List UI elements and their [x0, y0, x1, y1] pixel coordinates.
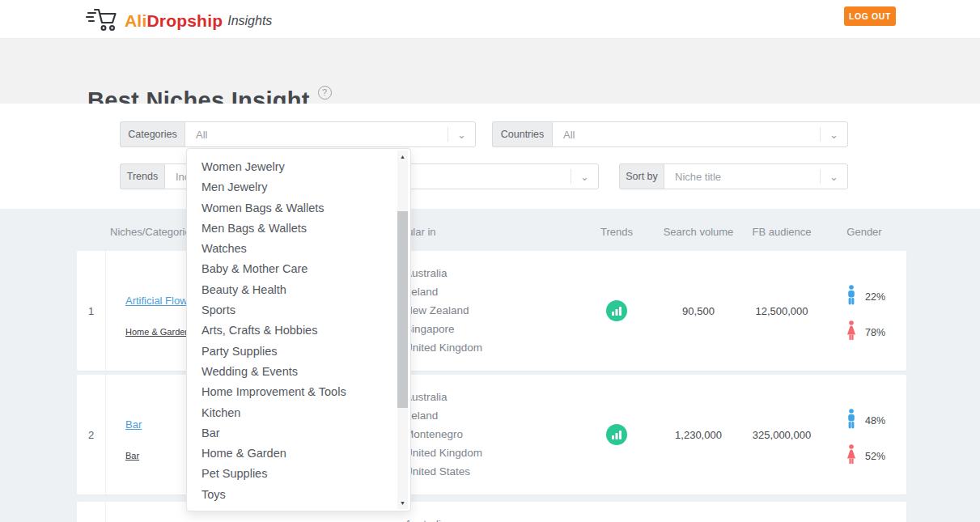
top-bar: AliDropship Insights LOG OUT	[0, 0, 980, 39]
popular-in-list: AustraliaIrelandMontenegroUnited Kingdom…	[405, 388, 482, 481]
column-header-niches: Niches/Categories	[110, 226, 196, 238]
logo-ali: Ali	[125, 11, 146, 30]
sortby-filter-value: Niche title	[675, 171, 721, 183]
page-header: Best Niches Insight? Look at the most pr…	[0, 39, 980, 104]
chevron-down-icon[interactable]: ⌄	[571, 169, 598, 184]
row-index	[77, 502, 106, 522]
female-icon	[846, 320, 856, 344]
dropdown-option[interactable]: Baby & Mother Care	[187, 259, 410, 279]
fb-audience-value: 12,500,000	[725, 305, 838, 317]
categories-filter-select[interactable]: All ⌄	[185, 121, 476, 147]
dropdown-option[interactable]: Home Improvement & Tools	[187, 382, 410, 402]
dropdown-option[interactable]: Sports	[187, 300, 410, 320]
cart-icon	[85, 7, 117, 35]
trend-up-icon	[606, 424, 627, 445]
popular-in-list: Australia	[405, 515, 448, 522]
countries-filter-select[interactable]: All ⌄	[552, 121, 848, 147]
country-item: Australia	[405, 388, 482, 406]
scroll-up-icon[interactable]: ▲	[397, 151, 408, 163]
sortby-filter-select[interactable]: Niche title ⌄	[664, 163, 848, 189]
gender-male-row: 22%	[846, 285, 885, 308]
scroll-down-icon[interactable]: ▼	[397, 497, 408, 509]
dropdown-option[interactable]: Wedding & Events	[187, 362, 410, 382]
column-header-fb-audience: FB audience	[725, 226, 838, 238]
dropdown-option[interactable]: Arts, Crafts & Hobbies	[187, 320, 410, 341]
male-icon	[846, 285, 856, 308]
dropdown-option[interactable]: Pet Supplies	[187, 464, 410, 484]
female-percentage: 52%	[865, 451, 885, 462]
fb-audience-value: 325,000,000	[725, 429, 838, 441]
country-item: Singapore	[405, 320, 482, 338]
chevron-down-icon[interactable]: ⌄	[820, 127, 847, 142]
row-index: 2	[77, 375, 106, 494]
categories-dropdown-list: Women JewelryMen JewelryWomen Bags & Wal…	[187, 149, 410, 505]
gender-female-row: 52%	[846, 444, 885, 468]
male-icon	[846, 409, 856, 432]
sortby-filter: Sort by Niche title ⌄	[619, 163, 848, 189]
scrollbar-thumb[interactable]	[397, 211, 408, 408]
gender-female-row: 78%	[846, 320, 885, 344]
dropdown-option[interactable]: Party Supplies	[187, 342, 410, 362]
dropdown-option[interactable]: Toys	[187, 485, 410, 505]
niche-cell: Bar Bar	[125, 417, 142, 462]
row-index: 1	[77, 251, 106, 371]
logout-button[interactable]: LOG OUT	[844, 6, 896, 26]
logo-insights: Insights	[227, 14, 272, 28]
categories-filter-label: Categories	[120, 121, 185, 147]
categories-filter-value: All	[196, 129, 207, 141]
chevron-down-icon[interactable]: ⌄	[448, 127, 475, 142]
female-percentage: 78%	[865, 327, 885, 338]
niche-category-link[interactable]: Bar	[125, 451, 139, 460]
dropdown-option[interactable]: Women Jewelry	[187, 157, 410, 177]
male-percentage: 48%	[865, 415, 885, 427]
logo-text: AliDropship	[125, 11, 223, 31]
chevron-down-icon[interactable]: ⌄	[820, 169, 847, 184]
niche-category-link[interactable]: Home & Garden	[125, 327, 189, 337]
countries-filter-label: Countries	[492, 121, 552, 147]
dropdown-option[interactable]: Home & Garden	[187, 443, 410, 464]
country-item: Australia	[405, 264, 482, 282]
help-icon[interactable]: ?	[318, 86, 332, 100]
column-header-trends: Trends	[583, 226, 651, 238]
countries-filter-value: All	[563, 129, 575, 141]
popular-in-list: AustraliaIrelandNew ZealandSingaporeUnit…	[405, 264, 482, 357]
categories-filter: Categories All ⌄	[120, 121, 476, 147]
dropdown-option[interactable]: Watches	[187, 239, 410, 259]
trend-up-icon	[606, 300, 627, 321]
country-item: New Zealand	[405, 301, 482, 320]
trends-filter-label: Trends	[120, 163, 164, 189]
filter-section: Categories All ⌄ Countries All ⌄ Trends …	[0, 104, 980, 209]
sortby-filter-label: Sort by	[619, 163, 664, 189]
dropdown-option[interactable]: Beauty & Health	[187, 280, 410, 300]
country-item: Australia	[405, 515, 448, 522]
dropdown-option[interactable]: Kitchen	[187, 403, 410, 423]
niche-link[interactable]: Bar	[125, 418, 142, 431]
female-icon	[846, 444, 856, 468]
country-item: United Kingdom	[405, 443, 482, 462]
best-niches-insight-page: AliDropship Insights LOG OUT Best Niches…	[0, 0, 980, 522]
country-item: Ireland	[405, 282, 482, 301]
country-item: United States	[405, 462, 482, 481]
dropdown-option[interactable]: Men Jewelry	[187, 177, 410, 197]
country-item: Montenegro	[405, 425, 482, 443]
categories-dropdown: Women JewelryMen JewelryWomen Bags & Wal…	[186, 148, 411, 511]
gender-male-row: 48%	[846, 409, 885, 432]
countries-filter: Countries All ⌄	[492, 121, 848, 147]
niches-table: Niches/Categories Popular in Trends Sear…	[0, 209, 980, 522]
column-header-gender: Gender	[824, 226, 905, 238]
alidropship-logo[interactable]: AliDropship Insights	[85, 7, 272, 35]
dropdown-scrollbar[interactable]: ▲ ▼	[397, 151, 408, 509]
country-item: Ireland	[405, 406, 482, 425]
dropdown-option[interactable]: Women Bags & Wallets	[187, 198, 410, 219]
male-percentage: 22%	[865, 291, 885, 303]
logo-dropship: Dropship	[146, 11, 223, 30]
dropdown-option[interactable]: Men Bags & Wallets	[187, 219, 410, 239]
country-item: United Kingdom	[405, 338, 482, 357]
dropdown-option[interactable]: Bar	[187, 423, 410, 443]
